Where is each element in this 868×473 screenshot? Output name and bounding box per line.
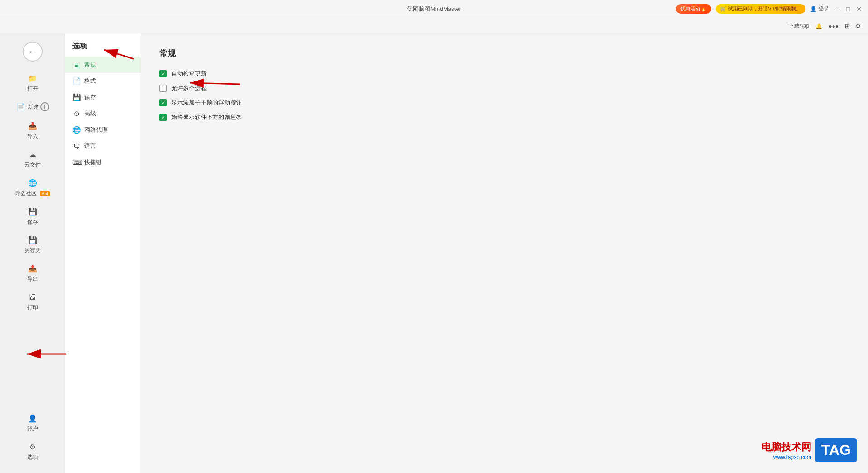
login-button[interactable]: 👤 登录 (810, 5, 829, 13)
checkbox-floatbtn[interactable] (159, 99, 167, 106)
label-autoupdate: 自动检查更新 (171, 70, 207, 78)
hot-badge: Hot (40, 191, 50, 196)
content-title: 常规 (159, 48, 850, 59)
sidebar-item-community[interactable]: 🌐 导图社区 Hot (0, 173, 65, 202)
user-icon: 👤 (810, 6, 817, 12)
vip-button[interactable]: 🛒 试用已到期，开通VIP解锁限制。 (716, 4, 805, 14)
app-title: 亿图脑图MindMaster (407, 5, 461, 13)
account-icon: 👤 (28, 413, 38, 423)
option-row-multiprocess: 允许多个进程 (159, 84, 850, 92)
options-item-advanced[interactable]: ⊙ 高级 (65, 105, 141, 122)
options-item-save[interactable]: 💾 保存 (65, 89, 141, 105)
options-item-proxy[interactable]: 🌐 网络代理 (65, 122, 141, 138)
cloud-icon: ☁ (28, 149, 38, 159)
sidebar-item-save[interactable]: 💾 保存 (0, 202, 65, 230)
close-button[interactable]: ✕ (855, 5, 863, 13)
main-content: 常规 自动检查更新 允许多个进程 显示添加子主题的浮动按钮 始终显示软件下方的颜… (141, 34, 868, 473)
back-icon: ← (29, 47, 37, 57)
window-controls: — □ ✕ (834, 5, 863, 13)
options-panel: 选项 ≡ 常规 📄 格式 💾 保存 ⊙ 高级 🌐 网络代理 🗨 语言 ⌨ 快捷键 (65, 34, 141, 473)
sidebar-item-export[interactable]: 📤 导出 (0, 259, 65, 287)
site-url: www.tagxp.com (762, 454, 811, 460)
option-row-floatbtn: 显示添加子主题的浮动按钮 (159, 99, 850, 107)
general-icon: ≡ (72, 61, 81, 69)
sidebar-narrow: ← 📁 打开 📄 新建 + 📥 导入 ☁ 云文件 🌐 导图社区 Hot (0, 34, 65, 473)
sidebar-bottom: 👤 账户 ⚙ 选项 (0, 409, 65, 473)
options-gear-icon: ⚙ (28, 442, 38, 452)
options-panel-title: 选项 (65, 42, 141, 57)
promo-button[interactable]: 优惠活动🔥 (676, 4, 711, 14)
sidebar-item-account[interactable]: 👤 账户 (0, 409, 65, 437)
sidebar-item-print[interactable]: 🖨 打印 (0, 287, 65, 316)
maximize-button[interactable]: □ (844, 5, 852, 13)
export-icon: 📤 (28, 263, 38, 273)
watermark-tag: TAG (815, 438, 857, 462)
watermark-text: 电脑技术网 www.tagxp.com (762, 440, 811, 460)
checkbox-colorbar[interactable] (159, 114, 167, 121)
new-icon: 📄 (16, 102, 26, 112)
sidebar-item-new[interactable]: 📄 新建 + (0, 97, 65, 116)
open-icon: 📁 (28, 73, 38, 83)
title-bar: 亿图脑图MindMaster 优惠活动🔥 🛒 试用已到期，开通VIP解锁限制。 … (0, 0, 868, 18)
sidebar-item-saveas[interactable]: 💾 另存为 (0, 230, 65, 259)
toolbar: 下载App 🔔 ●●● ⊞ ⚙ (0, 18, 868, 34)
options-item-general[interactable]: ≡ 常规 (65, 57, 141, 73)
label-multiprocess: 允许多个进程 (171, 84, 207, 92)
format-icon: 📄 (72, 77, 81, 85)
site-name: 电脑技术网 (762, 440, 811, 454)
sidebar-item-options[interactable]: ⚙ 选项 (0, 437, 65, 466)
language-icon: 🗨 (72, 143, 81, 150)
shortcuts-icon: ⌨ (72, 158, 81, 167)
bell-icon[interactable]: 🔔 (815, 23, 822, 29)
sidebar-item-cloud[interactable]: ☁ 云文件 (0, 145, 65, 173)
advanced-icon: ⊙ (72, 110, 81, 118)
back-button[interactable]: ← (23, 42, 43, 62)
new-plus-icon[interactable]: + (40, 102, 49, 111)
download-app-button[interactable]: 下载App (789, 22, 809, 30)
community-icon: 🌐 (28, 178, 38, 188)
checkbox-multiprocess[interactable] (159, 85, 167, 92)
option-row-colorbar: 始终显示软件下方的颜色条 (159, 113, 850, 121)
settings-icon[interactable]: ⚙ (856, 23, 861, 29)
print-icon: 🖨 (28, 292, 38, 302)
watermark: 电脑技术网 www.tagxp.com TAG (762, 438, 857, 462)
save-icon: 💾 (28, 206, 38, 216)
dots-menu[interactable]: ●●● (829, 23, 839, 29)
label-floatbtn: 显示添加子主题的浮动按钮 (171, 99, 242, 107)
option-row-autoupdate: 自动检查更新 (159, 70, 850, 78)
main-layout: ← 📁 打开 📄 新建 + 📥 导入 ☁ 云文件 🌐 导图社区 Hot (0, 34, 868, 473)
options-item-shortcuts[interactable]: ⌨ 快捷键 (65, 154, 141, 171)
save-options-icon: 💾 (72, 93, 81, 101)
grid-icon[interactable]: ⊞ (845, 23, 849, 29)
minimize-button[interactable]: — (834, 5, 841, 13)
import-icon: 📥 (28, 121, 38, 131)
title-bar-right: 优惠活动🔥 🛒 试用已到期，开通VIP解锁限制。 👤 登录 — □ ✕ (676, 4, 863, 14)
checkbox-autoupdate[interactable] (159, 70, 167, 77)
options-item-format[interactable]: 📄 格式 (65, 73, 141, 89)
sidebar-item-import[interactable]: 📥 导入 (0, 116, 65, 145)
proxy-icon: 🌐 (72, 126, 81, 134)
sidebar-item-open[interactable]: 📁 打开 (0, 69, 65, 97)
label-colorbar: 始终显示软件下方的颜色条 (171, 113, 242, 121)
options-item-language[interactable]: 🗨 语言 (65, 138, 141, 154)
saveas-icon: 💾 (28, 235, 38, 245)
